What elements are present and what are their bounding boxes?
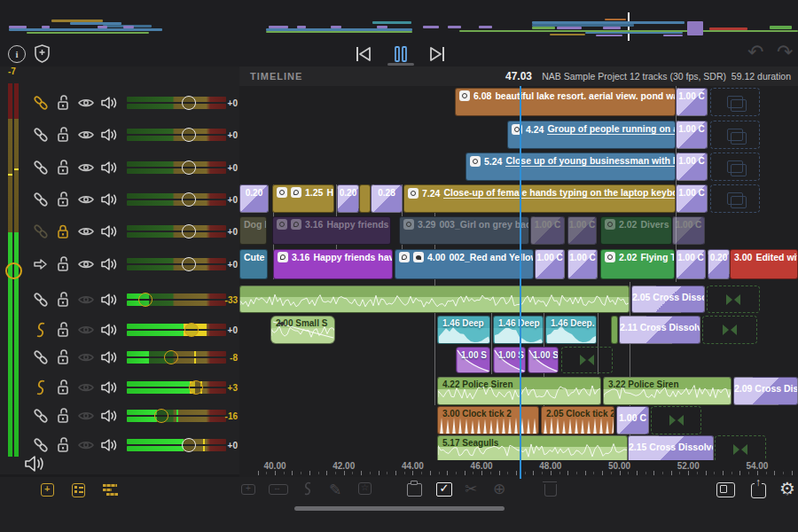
track-visibility-eye-icon[interactable] xyxy=(77,379,95,396)
transition-clip[interactable]: 0.28 xyxy=(371,184,403,213)
track-lock-icon[interactable] xyxy=(54,255,72,273)
video-clip[interactable]: 2.02Divers W xyxy=(600,216,672,245)
track-link-icon[interactable] xyxy=(32,223,50,240)
transition-placeholder[interactable] xyxy=(710,184,760,213)
clip-sliver[interactable] xyxy=(359,184,371,213)
video-clip[interactable]: 6.08beautiful lake resort. aerial view. … xyxy=(455,88,676,116)
track-lock-icon[interactable] xyxy=(54,94,72,112)
transition-clip[interactable]: 2.05 Cross Disso xyxy=(631,286,705,313)
unlink-icon[interactable] xyxy=(300,481,316,500)
track-audio-speaker-icon[interactable] xyxy=(100,159,118,176)
track-visibility-eye-icon[interactable] xyxy=(77,94,95,112)
transition-placeholder[interactable] xyxy=(651,406,701,434)
audio-fade-clip[interactable]: 1.00 S xyxy=(456,347,490,373)
track-volume-meter[interactable] xyxy=(127,129,226,141)
transition-clip[interactable]: 1.00 C xyxy=(616,406,649,434)
transition-clip[interactable]: 1.00 C xyxy=(676,153,708,181)
video-clip[interactable]: 3.00Edited wit xyxy=(730,249,798,279)
transition-clip[interactable]: 1.00 C xyxy=(530,216,565,245)
transition-placeholder[interactable] xyxy=(710,121,760,149)
transition-placeholder[interactable] xyxy=(710,153,760,181)
edit-pencil-icon[interactable]: ✎ xyxy=(329,481,341,499)
transition-placeholder[interactable] xyxy=(715,435,766,463)
pause-button[interactable] xyxy=(391,45,411,63)
track-lock-icon[interactable] xyxy=(54,223,72,240)
transition-clip[interactable]: 1.00 C xyxy=(672,216,705,245)
add-source-icon[interactable]: + xyxy=(41,483,54,497)
audio-clip[interactable]: 1.46 Deep xyxy=(493,316,544,344)
scissors-icon[interactable]: ✂ xyxy=(465,481,477,498)
track-volume-meter[interactable] xyxy=(127,225,226,238)
clip-sliver[interactable] xyxy=(611,316,618,344)
track-visibility-eye-icon[interactable] xyxy=(77,159,95,176)
insert-clip-icon[interactable]: + xyxy=(241,484,255,495)
transition-clip[interactable]: 1.00 C xyxy=(676,88,708,116)
track-link-icon[interactable] xyxy=(32,407,50,425)
track-audio-speaker-icon[interactable] xyxy=(100,407,118,425)
settings-help-icon[interactable]: ⚙? xyxy=(779,480,795,497)
transition-clip[interactable]: 2.09 Cross Dis xyxy=(733,377,798,405)
track-link-icon[interactable] xyxy=(32,126,50,144)
track-audio-speaker-icon[interactable] xyxy=(100,436,118,454)
add-keyframe-icon[interactable]: ⊕ xyxy=(493,481,505,498)
track-audio-speaker-icon[interactable] xyxy=(100,94,118,112)
track-lock-icon[interactable] xyxy=(54,159,72,176)
track-lock-icon[interactable] xyxy=(54,291,72,309)
transition-clip[interactable]: 2.15 Cross Dissolve xyxy=(628,435,714,463)
track-audio-speaker-icon[interactable] xyxy=(100,379,118,396)
transition-clip[interactable]: 0.20 xyxy=(708,249,730,279)
track-link-icon[interactable] xyxy=(32,255,50,273)
video-clip[interactable]: 3.16Happy friends have fu xyxy=(273,249,393,279)
audio-clip[interactable]: 1.46 Deep. xyxy=(545,316,597,344)
audio-clip[interactable] xyxy=(239,286,630,313)
track-lock-icon[interactable] xyxy=(54,436,72,454)
track-visibility-eye-icon[interactable] xyxy=(77,126,95,144)
track-visibility-eye-icon[interactable] xyxy=(77,191,95,208)
track-link-icon[interactable] xyxy=(32,348,50,366)
transition-clip[interactable]: 1.00 C xyxy=(567,216,597,245)
track-volume-meter[interactable] xyxy=(127,381,226,394)
timeline-canvas[interactable]: 6.08beautiful lake resort. aerial view. … xyxy=(239,86,798,477)
video-clip[interactable]: 5.24Close up of young businessman with b… xyxy=(466,153,676,181)
track-audio-speaker-icon[interactable] xyxy=(100,321,118,339)
source-library-icon[interactable] xyxy=(72,483,85,497)
transition-clip[interactable]: 0.20 xyxy=(239,184,269,213)
track-lock-icon[interactable] xyxy=(54,348,72,366)
transition-placeholder[interactable] xyxy=(702,316,757,344)
undo-icon[interactable]: ↶ xyxy=(747,43,763,61)
track-volume-meter[interactable] xyxy=(127,97,226,109)
transition-clip[interactable]: 1.00 C xyxy=(676,184,708,213)
track-link-icon[interactable] xyxy=(32,436,50,454)
track-link-icon[interactable] xyxy=(32,321,50,339)
privacy-shield-icon[interactable] xyxy=(35,44,49,61)
track-lock-icon[interactable] xyxy=(54,379,72,396)
track-audio-speaker-icon[interactable] xyxy=(100,291,118,309)
trash-icon[interactable] xyxy=(544,484,557,497)
timeline-overview-minimap[interactable] xyxy=(0,0,798,43)
multi-select-icon[interactable]: ✓ xyxy=(436,482,452,497)
track-link-icon[interactable] xyxy=(32,94,50,112)
transition-clip[interactable]: 2.11 Cross Dissolv xyxy=(619,316,700,344)
transition-placeholder[interactable] xyxy=(561,347,613,373)
redo-icon[interactable]: ↷ xyxy=(777,43,793,61)
video-clip[interactable]: 3.16Happy friends hav xyxy=(272,216,391,245)
track-volume-meter[interactable] xyxy=(127,410,226,422)
track-volume-knob[interactable] xyxy=(154,409,168,423)
transition-clip[interactable]: 0.20 xyxy=(337,184,359,213)
transition-placeholder[interactable] xyxy=(707,286,760,313)
track-lock-icon[interactable] xyxy=(54,126,72,144)
video-clip[interactable]: Cute re xyxy=(239,249,268,279)
transition-clip[interactable]: 1.00 C xyxy=(676,249,706,279)
track-visibility-eye-icon[interactable] xyxy=(77,291,95,309)
track-volume-meter[interactable] xyxy=(127,324,226,336)
track-visibility-eye-icon[interactable] xyxy=(77,436,95,454)
track-volume-meter[interactable] xyxy=(127,351,226,364)
layout-panels-icon[interactable] xyxy=(716,482,735,497)
video-clip[interactable]: 4.00002_Red and Yellow P xyxy=(395,249,534,279)
info-icon[interactable]: i xyxy=(8,45,26,63)
share-export-icon[interactable] xyxy=(751,483,766,498)
transition-clip[interactable]: 1.00 C xyxy=(676,121,708,149)
track-lock-icon[interactable] xyxy=(54,407,72,425)
track-visibility-eye-icon[interactable] xyxy=(77,321,95,339)
video-clip[interactable]: Dog ba xyxy=(239,216,267,245)
